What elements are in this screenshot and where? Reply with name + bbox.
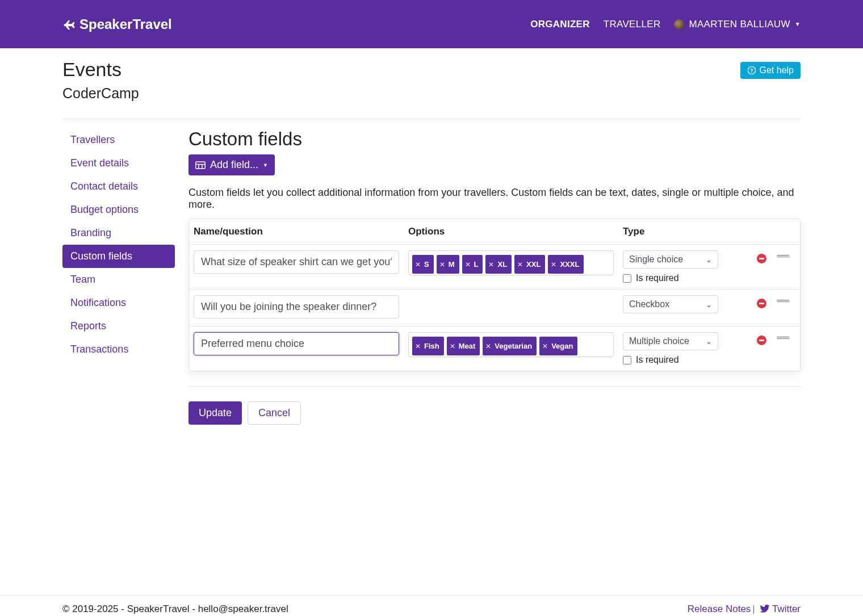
type-select-value: Multiple choice (629, 336, 689, 346)
remove-tag-icon[interactable]: ✕ (551, 261, 556, 269)
app-logo[interactable]: SpeakerTravel (62, 16, 172, 32)
help-icon (747, 66, 756, 75)
sidebar: TravellersEvent detailsContact detailsBu… (62, 126, 175, 425)
remove-tag-icon[interactable]: ✕ (465, 261, 471, 269)
sidebar-item-travellers[interactable]: Travellers (62, 128, 175, 152)
avatar (674, 19, 684, 30)
svg-rect-2 (196, 162, 206, 169)
field-name-input[interactable] (194, 250, 399, 274)
drag-handle-icon[interactable]: ══ (777, 254, 789, 258)
option-tag: ✕L (462, 255, 483, 274)
option-tag: ✕Vegetarian (483, 337, 537, 355)
option-tag: ✕Vegan (539, 337, 577, 355)
remove-row-button[interactable] (757, 254, 766, 263)
type-select-value: Single choice (629, 254, 683, 265)
remove-tag-icon[interactable]: ✕ (485, 342, 491, 350)
sidebar-item-contact-details[interactable]: Contact details (62, 175, 175, 198)
options-tag-input[interactable]: ✕S✕M✕L✕XL✕XXL✕XXXL (408, 250, 614, 275)
get-help-button[interactable]: Get help (740, 62, 801, 79)
sidebar-item-branding[interactable]: Branding (62, 221, 175, 245)
sidebar-item-reports[interactable]: Reports (62, 315, 175, 338)
svg-rect-8 (759, 340, 764, 341)
type-select[interactable]: Checkbox⌄ (623, 295, 718, 313)
option-tag-label: XXL (526, 260, 541, 269)
twitter-icon (760, 604, 770, 615)
table-row: ✕Fish✕Meat✕Vegetarian✕VeganMultiple choi… (189, 326, 800, 371)
page-subtitle: CoderCamp (62, 85, 139, 102)
option-tag: ✕Fish (412, 337, 444, 355)
custom-fields-table: Name/question Options Type ✕S✕M✕L✕XL✕XXL… (188, 219, 801, 371)
svg-point-1 (751, 72, 752, 73)
section-description: Custom fields let you collect additional… (188, 187, 801, 211)
option-tag-label: Meat (459, 342, 476, 350)
remove-tag-icon[interactable]: ✕ (517, 261, 523, 269)
chevron-down-icon: ▼ (795, 21, 801, 27)
option-tag: ✕M (437, 255, 459, 274)
sidebar-item-event-details[interactable]: Event details (62, 152, 175, 175)
top-navbar: SpeakerTravel ORGANIZER TRAVELLER MAARTE… (0, 0, 863, 48)
update-button[interactable]: Update (188, 401, 242, 425)
chevron-down-icon: ⌄ (706, 337, 712, 346)
option-tag: ✕XL (485, 255, 512, 274)
type-select-value: Checkbox (629, 299, 669, 309)
is-required-checkbox[interactable] (623, 356, 631, 364)
option-tag-label: XXXL (560, 260, 579, 269)
sidebar-item-transactions[interactable]: Transactions (62, 338, 175, 361)
remove-tag-icon[interactable]: ✕ (488, 261, 494, 269)
remove-tag-icon[interactable]: ✕ (439, 261, 445, 269)
chevron-down-icon: ⌄ (706, 255, 712, 264)
sidebar-item-custom-fields[interactable]: Custom fields (62, 245, 175, 268)
cancel-button[interactable]: Cancel (248, 401, 301, 425)
type-select[interactable]: Single choice⌄ (623, 250, 718, 269)
footer-copyright: © 2019-2025 - SpeakerTravel - hello@spea… (62, 604, 351, 615)
page-title: Events (62, 58, 139, 81)
field-name-input[interactable] (194, 295, 399, 319)
type-select[interactable]: Multiple choice⌄ (623, 332, 718, 350)
option-tag: ✕Meat (447, 337, 480, 355)
footer-twitter[interactable]: Twitter (772, 604, 801, 614)
table-icon (195, 161, 206, 169)
option-tag: ✕XXL (514, 255, 545, 274)
remove-row-button[interactable] (757, 336, 766, 345)
remove-tag-icon[interactable]: ✕ (415, 261, 421, 269)
is-required-label: Is required (636, 355, 679, 365)
nav-traveller[interactable]: TRAVELLER (604, 19, 661, 30)
remove-tag-icon[interactable]: ✕ (415, 342, 421, 350)
is-required-label: Is required (636, 273, 679, 283)
remove-tag-icon[interactable]: ✕ (450, 342, 455, 350)
drag-handle-icon[interactable]: ══ (777, 336, 789, 340)
option-tag-label: Fish (424, 342, 439, 350)
user-menu[interactable]: MAARTEN BALLIAUW ▼ (674, 19, 801, 30)
sidebar-item-budget-options[interactable]: Budget options (62, 198, 175, 221)
table-row: ✕S✕M✕L✕XL✕XXL✕XXXLSingle choice⌄Is requi… (189, 245, 800, 290)
remove-tag-icon[interactable]: ✕ (542, 342, 548, 350)
option-tag-label: S (424, 260, 429, 269)
option-tag: ✕S (412, 255, 434, 274)
drag-handle-icon[interactable]: ══ (777, 299, 789, 303)
options-tag-input[interactable]: ✕Fish✕Meat✕Vegetarian✕Vegan (408, 332, 614, 357)
option-tag-label: Vegetarian (495, 342, 532, 350)
table-row: Checkbox⌄══ (189, 290, 800, 326)
svg-point-0 (748, 66, 755, 74)
option-tag: ✕XXXL (548, 255, 584, 274)
add-field-button[interactable]: Add field... ▼ (188, 154, 275, 175)
option-tag-label: M (449, 260, 455, 269)
chevron-down-icon: ⌄ (706, 300, 712, 309)
option-tag-label: Vegan (551, 342, 573, 350)
th-name: Name/question (189, 219, 404, 244)
logo-text: SpeakerTravel (79, 16, 172, 32)
section-title: Custom fields (188, 128, 801, 150)
th-type: Type (618, 219, 719, 244)
plane-icon (62, 17, 77, 32)
svg-rect-6 (759, 258, 764, 259)
footer-release-notes[interactable]: Release Notes (688, 604, 751, 614)
field-name-input[interactable] (194, 332, 399, 355)
sidebar-item-team[interactable]: Team (62, 268, 175, 291)
option-tag-label: L (474, 260, 479, 269)
sidebar-item-notifications[interactable]: Notifications (62, 291, 175, 315)
is-required-checkbox[interactable] (623, 274, 631, 283)
nav-organizer[interactable]: ORGANIZER (530, 19, 590, 30)
remove-row-button[interactable] (757, 299, 766, 308)
divider (62, 119, 801, 119)
th-options: Options (404, 219, 618, 244)
